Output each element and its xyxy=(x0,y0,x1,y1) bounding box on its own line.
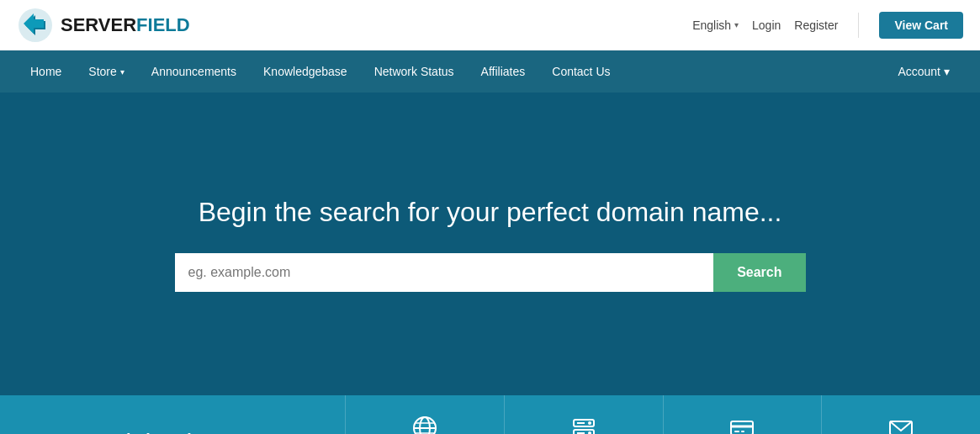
svg-point-3 xyxy=(414,417,436,435)
nav-store[interactable]: Store ▾ xyxy=(75,50,137,93)
top-bar: SERVERFIELD English ▾ Login Register Vie… xyxy=(0,0,980,50)
nav-store-label: Store xyxy=(88,65,116,78)
nav-knowledgebase-label: Knowledgebase xyxy=(263,65,347,78)
register-link[interactable]: Register xyxy=(794,19,838,32)
divider xyxy=(858,13,859,38)
nav-contact-us[interactable]: Contact Us xyxy=(538,50,623,93)
main-nav: Home Store ▾ Announcements Knowledgebase… xyxy=(0,50,980,93)
server-icon xyxy=(571,415,596,435)
svg-point-4 xyxy=(420,417,430,435)
help-text: How can we help today? xyxy=(0,395,345,434)
domain-search-input[interactable] xyxy=(175,253,714,292)
logo[interactable]: SERVERFIELD xyxy=(17,7,190,44)
nav-contact-us-label: Contact Us xyxy=(552,65,610,78)
make-payment-action[interactable]: MAKE PAYMENT xyxy=(663,395,822,434)
top-right-controls: English ▾ Login Register View Cart xyxy=(692,12,963,39)
nav-network-status-label: Network Status xyxy=(374,65,454,78)
globe-icon xyxy=(412,415,437,435)
svg-rect-16 xyxy=(734,431,739,432)
language-selector[interactable]: English ▾ xyxy=(692,19,739,32)
nav-right: Account ▾ xyxy=(884,50,963,93)
account-chevron-icon: ▾ xyxy=(944,65,950,78)
svg-point-11 xyxy=(588,431,591,435)
hero-section: Begin the search for your perfect domain… xyxy=(0,93,980,395)
logo-field-text: FIELD xyxy=(136,14,190,35)
nav-announcements[interactable]: Announcements xyxy=(138,50,250,93)
nav-account-label: Account xyxy=(898,65,940,78)
language-label: English xyxy=(692,19,731,32)
svg-rect-14 xyxy=(731,421,753,435)
nav-knowledgebase[interactable]: Knowledgebase xyxy=(250,50,361,93)
nav-items: Home Store ▾ Announcements Knowledgebase… xyxy=(17,50,884,93)
hero-title: Begin the search for your perfect domain… xyxy=(199,197,782,228)
domain-search-bar: Search xyxy=(175,253,806,292)
search-button[interactable]: Search xyxy=(713,253,805,292)
nav-affiliates[interactable]: Affiliates xyxy=(468,50,539,93)
svg-rect-17 xyxy=(741,431,744,432)
login-link[interactable]: Login xyxy=(752,19,781,32)
logo-icon xyxy=(17,7,54,44)
help-actions: BUY A DOMAIN ORDER HOSTING xyxy=(345,395,980,434)
order-hosting-action[interactable]: ORDER HOSTING xyxy=(504,395,663,434)
nav-home-label: Home xyxy=(30,65,61,78)
svg-point-10 xyxy=(588,421,591,425)
nav-account[interactable]: Account ▾ xyxy=(884,50,963,93)
store-chevron-icon: ▾ xyxy=(120,67,124,77)
logo-server-text: SERVER xyxy=(61,14,136,35)
nav-home[interactable]: Home xyxy=(17,50,75,93)
credit-card-icon xyxy=(729,415,755,435)
help-bar: How can we help today? BUY A DOMAIN xyxy=(0,395,980,434)
get-support-action[interactable]: GET SUPPORT xyxy=(821,395,980,434)
buy-domain-action[interactable]: BUY A DOMAIN xyxy=(345,395,504,434)
nav-announcements-label: Announcements xyxy=(151,65,236,78)
nav-network-status[interactable]: Network Status xyxy=(361,50,468,93)
language-chevron-icon: ▾ xyxy=(734,20,739,29)
envelope-icon xyxy=(888,415,914,435)
logo-wordmark: SERVERFIELD xyxy=(61,14,190,36)
view-cart-button[interactable]: View Cart xyxy=(879,12,963,39)
nav-affiliates-label: Affiliates xyxy=(481,65,526,78)
